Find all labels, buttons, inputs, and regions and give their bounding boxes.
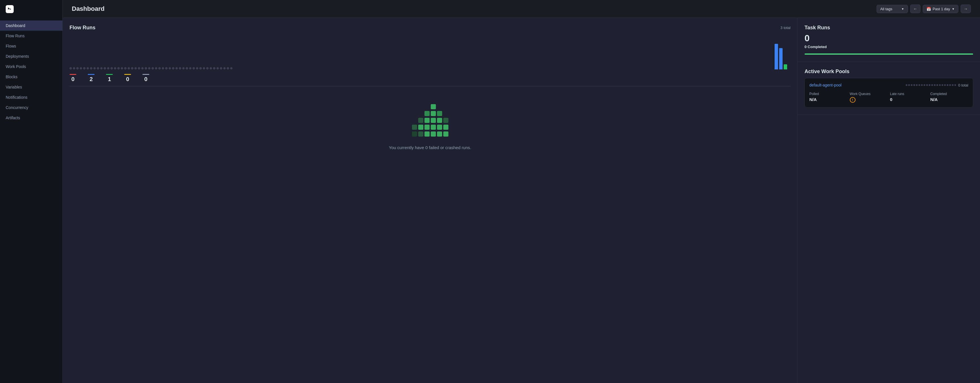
pool-dot bbox=[939, 84, 941, 86]
task-completed-text: Completed bbox=[808, 45, 827, 49]
scheduled-value: 0 bbox=[126, 76, 129, 82]
work-pool-total: 0 total bbox=[958, 83, 968, 87]
work-pool-name[interactable]: default-agent-pool bbox=[809, 83, 842, 87]
chart-dot bbox=[206, 67, 208, 70]
next-button[interactable]: → bbox=[961, 5, 971, 13]
pool-dot bbox=[929, 84, 931, 86]
tags-label: All tags bbox=[880, 7, 892, 11]
pool-stat-completed: Completed N/A bbox=[931, 92, 969, 103]
pool-dot bbox=[934, 84, 935, 86]
sidebar-item-flow-runs[interactable]: Flow Runs bbox=[0, 31, 62, 41]
late-label: Late runs bbox=[890, 92, 928, 96]
chart-dot bbox=[118, 67, 120, 70]
chart-dot bbox=[127, 67, 130, 70]
pool-completed-value: N/A bbox=[931, 97, 969, 102]
sidebar-nav: Dashboard Flow Runs Flows Deployments Wo… bbox=[0, 18, 62, 125]
chart-bar-blue1 bbox=[775, 44, 778, 70]
task-runs-title: Task Runs bbox=[805, 25, 830, 30]
task-progress-bar bbox=[805, 54, 973, 55]
task-completed-label: 0 Completed bbox=[805, 45, 973, 49]
sidebar-item-concurrency[interactable]: Concurrency bbox=[0, 103, 62, 113]
sidebar-item-deployments[interactable]: Deployments bbox=[0, 51, 62, 62]
svg-rect-14 bbox=[437, 125, 442, 130]
chart-dot bbox=[203, 67, 205, 70]
calendar-icon: 📅 bbox=[926, 7, 931, 11]
work-pool-header-right: 0 total bbox=[906, 83, 968, 87]
sidebar-item-variables[interactable]: Variables bbox=[0, 82, 62, 92]
svg-rect-3 bbox=[431, 111, 436, 116]
flow-runs-header: Flow Runs 3 total bbox=[70, 25, 791, 31]
chart-dot bbox=[182, 67, 185, 70]
pool-dot bbox=[949, 84, 951, 86]
work-pool-stats: Polled N/A Work Queues ! Late runs 0 C bbox=[809, 92, 968, 103]
svg-rect-9 bbox=[443, 118, 449, 123]
header: Dashboard All tags ▼ ← 📅 Past 1 day ▼ → bbox=[63, 0, 980, 18]
chart-dot bbox=[158, 67, 161, 70]
sidebar-item-notifications[interactable]: Notifications bbox=[0, 92, 62, 103]
svg-rect-13 bbox=[431, 125, 436, 130]
chart-dot bbox=[175, 67, 178, 70]
chart-dot bbox=[227, 67, 229, 70]
sidebar-item-artifacts[interactable]: Artifacts bbox=[0, 113, 62, 123]
svg-rect-10 bbox=[412, 125, 417, 130]
chart-dot bbox=[141, 67, 143, 70]
polled-value: N/A bbox=[809, 97, 848, 102]
pool-dot bbox=[911, 84, 913, 86]
chart-dot bbox=[124, 67, 126, 70]
chart-dot bbox=[134, 67, 137, 70]
stats-row: 0 2 1 0 0 bbox=[70, 74, 791, 87]
stat-completed: 1 bbox=[106, 74, 113, 82]
stat-crashed: 0 bbox=[70, 74, 76, 82]
svg-rect-16 bbox=[412, 131, 417, 136]
main: Dashboard All tags ▼ ← 📅 Past 1 day ▼ → … bbox=[63, 0, 980, 383]
prev-button[interactable]: ← bbox=[910, 5, 920, 13]
chart-dot bbox=[192, 67, 195, 70]
flow-runs-total: 3 total bbox=[781, 25, 791, 30]
task-completed-count: 0 bbox=[805, 45, 807, 49]
chart-dot bbox=[186, 67, 188, 70]
chart-dot bbox=[90, 67, 92, 70]
chart-dot bbox=[80, 67, 82, 70]
svg-rect-20 bbox=[437, 131, 442, 136]
chart-dot bbox=[70, 67, 72, 70]
scheduled-indicator bbox=[124, 74, 131, 75]
stat-scheduled: 0 bbox=[124, 74, 131, 82]
running-value: 2 bbox=[89, 76, 92, 82]
queues-label: Work Queues bbox=[850, 92, 888, 96]
sidebar-item-work-pools[interactable]: Work Pools bbox=[0, 62, 62, 72]
tags-select[interactable]: All tags ▼ bbox=[877, 5, 908, 13]
chart-bar-green bbox=[784, 64, 787, 70]
task-runs-section: Task Runs 0 0 Completed bbox=[798, 18, 980, 62]
work-pool-header: default-agent-pool bbox=[809, 83, 968, 87]
chart-dot bbox=[131, 67, 133, 70]
chart-dot bbox=[121, 67, 123, 70]
svg-rect-5 bbox=[418, 118, 423, 123]
chart-dot bbox=[165, 67, 167, 70]
chart-dot bbox=[151, 67, 154, 70]
svg-rect-19 bbox=[431, 131, 436, 136]
sidebar-item-flows[interactable]: Flows bbox=[0, 41, 62, 51]
chart-bars bbox=[775, 35, 787, 70]
pool-dot bbox=[916, 84, 918, 86]
completed-value: 1 bbox=[108, 76, 111, 82]
chart-dot bbox=[155, 67, 157, 70]
completed-indicator bbox=[106, 74, 113, 75]
other-value: 0 bbox=[144, 76, 147, 82]
chart-dot bbox=[162, 67, 164, 70]
sidebar-item-dashboard[interactable]: Dashboard bbox=[0, 21, 62, 31]
pool-dot bbox=[942, 84, 943, 86]
chart-dot bbox=[114, 67, 116, 70]
empty-message: You currently have 0 failed or crashed r… bbox=[389, 145, 471, 150]
time-selector[interactable]: 📅 Past 1 day ▼ bbox=[923, 5, 958, 13]
chart-dot bbox=[138, 67, 140, 70]
sidebar-item-blocks[interactable]: Blocks bbox=[0, 72, 62, 82]
chart-dot bbox=[83, 67, 86, 70]
pool-dot bbox=[921, 84, 923, 86]
chart-dot bbox=[148, 67, 150, 70]
chart-dot bbox=[100, 67, 103, 70]
chart-dot bbox=[111, 67, 113, 70]
work-pools-section: Active Work Pools default-agent-pool bbox=[798, 62, 980, 115]
svg-rect-1 bbox=[431, 104, 436, 109]
header-controls: All tags ▼ ← 📅 Past 1 day ▼ → bbox=[877, 5, 971, 13]
chart-dot bbox=[220, 67, 222, 70]
